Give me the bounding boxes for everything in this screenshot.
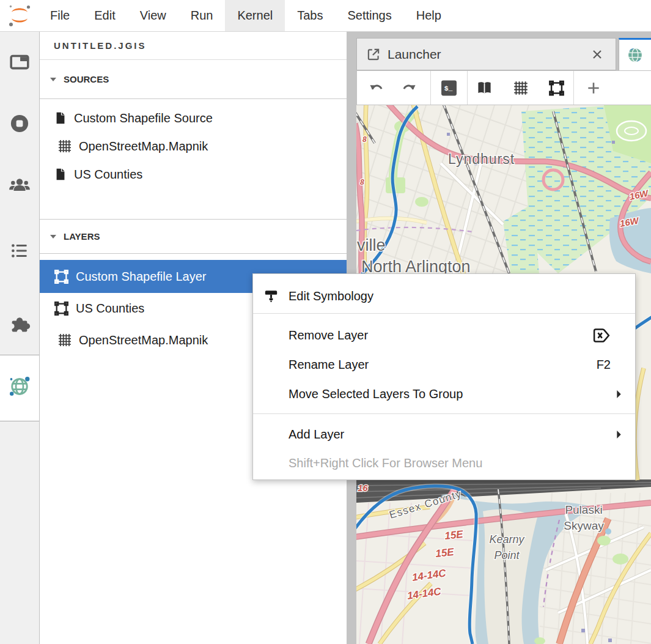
toolbar-separator	[430, 71, 431, 105]
menu-item-move-to-group[interactable]: Move Selected Layers To Group	[253, 380, 635, 407]
panel-title: UNTITLED.JGIS	[39, 31, 347, 60]
layer-item-label: OpenStreetMap.Mapnik	[79, 333, 208, 347]
map-label-pulaski1: Pulaski	[565, 503, 602, 516]
menu-view[interactable]: View	[128, 0, 178, 31]
menu-items: File Edit View Run Kernel Tabs Settings …	[38, 0, 454, 31]
vector-polygon-icon	[54, 269, 69, 284]
submenu-arrow-icon	[616, 430, 622, 439]
new-terminal-button[interactable]	[441, 80, 457, 96]
submenu-arrow-icon	[616, 390, 622, 399]
jupytergis-globe-icon[interactable]	[7, 374, 32, 399]
sources-section-header[interactable]: SOURCES	[39, 60, 347, 99]
menu-item-label: Rename Layer	[289, 358, 369, 372]
add-button[interactable]	[586, 80, 601, 96]
map-label-kearny2: Point	[494, 549, 520, 561]
tab-launcher-label: Launcher	[388, 47, 441, 62]
open-book-button[interactable]	[476, 80, 493, 96]
menu-help[interactable]: Help	[404, 0, 454, 31]
source-item-us-counties[interactable]: US Counties	[39, 160, 347, 188]
menu-item-rename-layer[interactable]: Rename Layer F2	[253, 351, 635, 378]
menu-item-edit-symbology[interactable]: Edit Symbology	[253, 280, 635, 312]
menu-tabs[interactable]: Tabs	[285, 0, 335, 31]
launcher-icon	[366, 46, 381, 62]
toolbar-separator	[573, 71, 574, 105]
source-item-label: Custom Shapefile Source	[74, 111, 213, 125]
close-icon[interactable]	[590, 47, 605, 62]
menu-edit[interactable]: Edit	[82, 0, 127, 31]
tab-jgis-active[interactable]	[619, 38, 651, 70]
layer-item-label: US Counties	[76, 302, 144, 316]
menu-item-label: Edit Symbology	[289, 289, 373, 303]
sources-header-label: SOURCES	[64, 74, 109, 84]
layer-item-label: Custom Shapefile Layer	[76, 270, 206, 284]
undo-button[interactable]	[368, 80, 384, 96]
menu-item-label: Move Selected Layers To Group	[289, 387, 463, 401]
map-label-town-partial: eville	[356, 236, 386, 254]
menu-item-label: Remove Layer	[289, 328, 368, 342]
map-label-town: Lyndhurst	[448, 151, 515, 167]
add-vector-layer-button[interactable]	[548, 80, 565, 96]
menu-item-add-layer[interactable]: Add Layer	[253, 421, 635, 448]
menu-file[interactable]: File	[38, 0, 82, 31]
remove-tag-icon	[592, 328, 611, 343]
collapse-triangle-icon	[50, 77, 57, 82]
running-kernels-icon[interactable]	[7, 111, 32, 136]
menu-item-label: Add Layer	[289, 427, 344, 442]
menu-divider	[253, 313, 635, 314]
layers-header-label: LAYERS	[64, 231, 100, 242]
file-icon	[54, 111, 67, 125]
map-label-8: 8	[362, 135, 367, 144]
map-label-pulaski2: Skyway	[564, 519, 604, 532]
source-item-label: OpenStreetMap.Mapnik	[79, 139, 208, 154]
menu-item-label: Shift+Right Click For Browser Menu	[289, 456, 482, 470]
menu-item-remove-layer[interactable]: Remove Layer	[253, 322, 635, 349]
layer-context-menu: Edit Symbology Remove Layer Rename Layer…	[252, 273, 636, 480]
menu-bar: File Edit View Run Kernel Tabs Settings …	[0, 0, 651, 32]
source-item-label: US Counties	[74, 168, 142, 182]
file-browser-icon[interactable]	[7, 50, 32, 74]
vector-polygon-icon	[54, 301, 69, 316]
map-label-15e: 15E	[435, 546, 455, 560]
shortcut-f2: F2	[597, 358, 611, 372]
menu-divider	[253, 413, 635, 414]
collaboration-users-icon[interactable]	[7, 173, 32, 198]
paint-roller-icon	[263, 289, 279, 304]
toolbar-separator	[467, 71, 468, 105]
map-label-8: 8	[360, 178, 364, 187]
menu-kernel[interactable]: Kernel	[225, 0, 285, 31]
map-label-16: 16	[358, 483, 368, 493]
raster-grid-icon	[57, 139, 72, 154]
map-label-15e: 15E	[444, 528, 464, 542]
activity-sidebar	[0, 31, 40, 644]
jupyter-logo-icon	[6, 2, 33, 29]
source-item-custom-shapefile[interactable]: Custom Shapefile Source	[39, 104, 347, 132]
redo-button[interactable]	[402, 80, 417, 96]
menu-item-browser-menu-hint: Shift+Right Click For Browser Menu	[253, 450, 635, 476]
file-icon	[54, 168, 67, 181]
raster-grid-icon	[57, 333, 72, 347]
add-raster-layer-button[interactable]	[513, 80, 529, 96]
menu-run[interactable]: Run	[178, 0, 226, 31]
extension-manager-icon[interactable]	[7, 312, 32, 336]
tab-launcher[interactable]: Launcher	[356, 38, 616, 70]
jgis-globe-icon	[626, 46, 644, 64]
collapse-triangle-icon	[50, 234, 57, 239]
map-label-kearny1: Kearny	[489, 533, 524, 546]
layers-section-header[interactable]: LAYERS	[39, 219, 347, 254]
table-of-contents-icon[interactable]	[7, 239, 32, 263]
source-item-openstreetmap[interactable]: OpenStreetMap.Mapnik	[39, 132, 347, 160]
map-toolbar	[356, 70, 651, 105]
menu-settings[interactable]: Settings	[335, 0, 403, 31]
